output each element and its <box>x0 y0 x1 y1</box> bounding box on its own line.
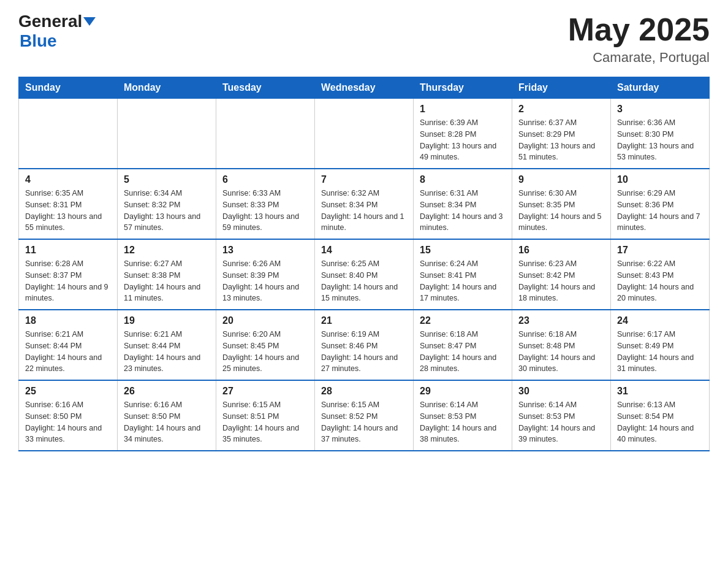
day-info: Sunrise: 6:18 AMSunset: 8:48 PMDaylight:… <box>518 329 604 375</box>
weekday-header-row: SundayMondayTuesdayWednesdayThursdayFrid… <box>19 77 710 99</box>
day-info: Sunrise: 6:33 AMSunset: 8:33 PMDaylight:… <box>222 188 308 234</box>
day-info: Sunrise: 6:18 AMSunset: 8:47 PMDaylight:… <box>420 329 506 375</box>
day-info: Sunrise: 6:28 AMSunset: 8:37 PMDaylight:… <box>25 258 111 304</box>
calendar-row-1: 1Sunrise: 6:39 AMSunset: 8:28 PMDaylight… <box>19 99 710 169</box>
day-number: 21 <box>321 315 407 326</box>
calendar-cell: 23Sunrise: 6:18 AMSunset: 8:48 PMDayligh… <box>512 310 611 380</box>
day-info: Sunrise: 6:21 AMSunset: 8:44 PMDaylight:… <box>25 329 111 375</box>
day-number: 15 <box>420 245 506 256</box>
location: Camarate, Portugal <box>568 50 710 66</box>
day-info: Sunrise: 6:15 AMSunset: 8:52 PMDaylight:… <box>321 399 407 445</box>
day-number: 8 <box>420 174 506 185</box>
day-info: Sunrise: 6:29 AMSunset: 8:36 PMDaylight:… <box>617 188 703 234</box>
weekday-header-friday: Friday <box>512 77 611 99</box>
calendar-cell: 7Sunrise: 6:32 AMSunset: 8:34 PMDaylight… <box>315 169 414 239</box>
day-info: Sunrise: 6:16 AMSunset: 8:50 PMDaylight:… <box>25 399 111 445</box>
day-info: Sunrise: 6:14 AMSunset: 8:53 PMDaylight:… <box>518 399 604 445</box>
calendar-row-3: 11Sunrise: 6:28 AMSunset: 8:37 PMDayligh… <box>19 239 710 310</box>
calendar-cell: 18Sunrise: 6:21 AMSunset: 8:44 PMDayligh… <box>19 310 118 380</box>
calendar-cell: 29Sunrise: 6:14 AMSunset: 8:53 PMDayligh… <box>414 380 512 451</box>
day-info: Sunrise: 6:24 AMSunset: 8:41 PMDaylight:… <box>420 258 506 304</box>
day-number: 22 <box>420 315 506 326</box>
day-number: 31 <box>617 386 703 397</box>
day-number: 6 <box>222 174 308 185</box>
calendar-cell: 28Sunrise: 6:15 AMSunset: 8:52 PMDayligh… <box>315 380 414 451</box>
day-number: 5 <box>124 174 210 185</box>
day-number: 20 <box>222 315 308 326</box>
weekday-header-monday: Monday <box>118 77 216 99</box>
calendar-cell: 30Sunrise: 6:14 AMSunset: 8:53 PMDayligh… <box>512 380 611 451</box>
day-info: Sunrise: 6:30 AMSunset: 8:35 PMDaylight:… <box>518 188 604 234</box>
day-number: 25 <box>25 386 111 397</box>
logo-arrow-icon <box>83 17 96 26</box>
day-number: 10 <box>617 174 703 185</box>
calendar-cell: 12Sunrise: 6:27 AMSunset: 8:38 PMDayligh… <box>118 239 216 310</box>
day-info: Sunrise: 6:17 AMSunset: 8:49 PMDaylight:… <box>617 329 703 375</box>
day-number: 12 <box>124 245 210 256</box>
day-number: 7 <box>321 174 407 185</box>
calendar-cell: 15Sunrise: 6:24 AMSunset: 8:41 PMDayligh… <box>414 239 512 310</box>
day-number: 27 <box>222 386 308 397</box>
calendar-cell <box>216 99 315 169</box>
day-number: 18 <box>25 315 111 326</box>
calendar-cell: 24Sunrise: 6:17 AMSunset: 8:49 PMDayligh… <box>611 310 710 380</box>
day-number: 3 <box>617 104 703 115</box>
day-info: Sunrise: 6:35 AMSunset: 8:31 PMDaylight:… <box>25 188 111 234</box>
logo-general: General <box>18 12 82 31</box>
calendar-cell: 4Sunrise: 6:35 AMSunset: 8:31 PMDaylight… <box>19 169 118 239</box>
calendar-cell: 5Sunrise: 6:34 AMSunset: 8:32 PMDaylight… <box>118 169 216 239</box>
day-info: Sunrise: 6:34 AMSunset: 8:32 PMDaylight:… <box>124 188 210 234</box>
calendar-cell <box>19 99 118 169</box>
day-number: 19 <box>124 315 210 326</box>
title-block: May 2025 Camarate, Portugal <box>568 12 710 66</box>
calendar-cell: 22Sunrise: 6:18 AMSunset: 8:47 PMDayligh… <box>414 310 512 380</box>
calendar-cell <box>315 99 414 169</box>
day-number: 28 <box>321 386 407 397</box>
day-info: Sunrise: 6:20 AMSunset: 8:45 PMDaylight:… <box>222 329 308 375</box>
day-info: Sunrise: 6:13 AMSunset: 8:54 PMDaylight:… <box>617 399 703 445</box>
calendar-cell: 27Sunrise: 6:15 AMSunset: 8:51 PMDayligh… <box>216 380 315 451</box>
calendar-cell: 8Sunrise: 6:31 AMSunset: 8:34 PMDaylight… <box>414 169 512 239</box>
day-info: Sunrise: 6:15 AMSunset: 8:51 PMDaylight:… <box>222 399 308 445</box>
calendar-cell: 26Sunrise: 6:16 AMSunset: 8:50 PMDayligh… <box>118 380 216 451</box>
day-info: Sunrise: 6:21 AMSunset: 8:44 PMDaylight:… <box>124 329 210 375</box>
day-info: Sunrise: 6:25 AMSunset: 8:40 PMDaylight:… <box>321 258 407 304</box>
day-number: 13 <box>222 245 308 256</box>
logo: General Blue <box>18 12 96 51</box>
day-info: Sunrise: 6:19 AMSunset: 8:46 PMDaylight:… <box>321 329 407 375</box>
calendar-cell: 1Sunrise: 6:39 AMSunset: 8:28 PMDaylight… <box>414 99 512 169</box>
calendar-cell: 20Sunrise: 6:20 AMSunset: 8:45 PMDayligh… <box>216 310 315 380</box>
month-year: May 2025 <box>568 12 710 47</box>
day-number: 2 <box>518 104 604 115</box>
calendar-cell: 13Sunrise: 6:26 AMSunset: 8:39 PMDayligh… <box>216 239 315 310</box>
calendar-cell: 3Sunrise: 6:36 AMSunset: 8:30 PMDaylight… <box>611 99 710 169</box>
day-info: Sunrise: 6:36 AMSunset: 8:30 PMDaylight:… <box>617 117 703 163</box>
day-number: 1 <box>420 104 506 115</box>
calendar-cell: 31Sunrise: 6:13 AMSunset: 8:54 PMDayligh… <box>611 380 710 451</box>
calendar-cell: 6Sunrise: 6:33 AMSunset: 8:33 PMDaylight… <box>216 169 315 239</box>
day-info: Sunrise: 6:22 AMSunset: 8:43 PMDaylight:… <box>617 258 703 304</box>
day-number: 16 <box>518 245 604 256</box>
weekday-header-wednesday: Wednesday <box>315 77 414 99</box>
calendar-cell: 2Sunrise: 6:37 AMSunset: 8:29 PMDaylight… <box>512 99 611 169</box>
calendar-cell: 14Sunrise: 6:25 AMSunset: 8:40 PMDayligh… <box>315 239 414 310</box>
day-info: Sunrise: 6:31 AMSunset: 8:34 PMDaylight:… <box>420 188 506 234</box>
calendar-row-5: 25Sunrise: 6:16 AMSunset: 8:50 PMDayligh… <box>19 380 710 451</box>
day-info: Sunrise: 6:14 AMSunset: 8:53 PMDaylight:… <box>420 399 506 445</box>
day-info: Sunrise: 6:27 AMSunset: 8:38 PMDaylight:… <box>124 258 210 304</box>
day-number: 26 <box>124 386 210 397</box>
day-info: Sunrise: 6:37 AMSunset: 8:29 PMDaylight:… <box>518 117 604 163</box>
calendar-table: SundayMondayTuesdayWednesdayThursdayFrid… <box>18 77 710 451</box>
weekday-header-thursday: Thursday <box>414 77 512 99</box>
day-number: 4 <box>25 174 111 185</box>
day-number: 24 <box>617 315 703 326</box>
calendar-cell: 25Sunrise: 6:16 AMSunset: 8:50 PMDayligh… <box>19 380 118 451</box>
calendar-cell: 19Sunrise: 6:21 AMSunset: 8:44 PMDayligh… <box>118 310 216 380</box>
calendar-cell: 17Sunrise: 6:22 AMSunset: 8:43 PMDayligh… <box>611 239 710 310</box>
weekday-header-sunday: Sunday <box>19 77 118 99</box>
weekday-header-tuesday: Tuesday <box>216 77 315 99</box>
day-info: Sunrise: 6:32 AMSunset: 8:34 PMDaylight:… <box>321 188 407 234</box>
day-number: 17 <box>617 245 703 256</box>
calendar-cell: 10Sunrise: 6:29 AMSunset: 8:36 PMDayligh… <box>611 169 710 239</box>
day-number: 9 <box>518 174 604 185</box>
